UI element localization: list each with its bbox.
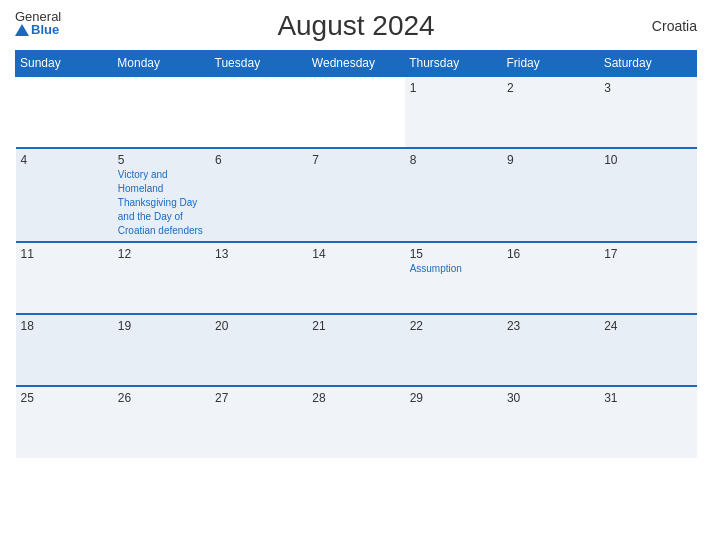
calendar-cell: 23 <box>502 314 599 386</box>
day-number: 5 <box>118 153 205 167</box>
day-number: 3 <box>604 81 691 95</box>
day-number: 2 <box>507 81 594 95</box>
day-number: 1 <box>410 81 497 95</box>
day-number: 4 <box>21 153 108 167</box>
logo-blue-text: Blue <box>15 23 61 36</box>
calendar-cell: 10 <box>599 148 696 242</box>
day-number: 10 <box>604 153 691 167</box>
calendar-cell: 24 <box>599 314 696 386</box>
calendar-cell: 13 <box>210 242 307 314</box>
calendar-cell: 8 <box>405 148 502 242</box>
day-number: 9 <box>507 153 594 167</box>
header: General Blue August 2024 Croatia <box>15 10 697 42</box>
logo-triangle-icon <box>15 24 29 36</box>
calendar-cell <box>210 76 307 148</box>
day-header-friday: Friday <box>502 51 599 77</box>
calendar-cell: 12 <box>113 242 210 314</box>
day-number: 29 <box>410 391 497 405</box>
calendar-cell: 16 <box>502 242 599 314</box>
country-label: Croatia <box>652 18 697 34</box>
calendar-cell: 21 <box>307 314 404 386</box>
holiday-label: Victory and Homeland Thanksgiving Day an… <box>118 169 203 236</box>
calendar-cell: 20 <box>210 314 307 386</box>
calendar-cell: 26 <box>113 386 210 458</box>
calendar-header-row: SundayMondayTuesdayWednesdayThursdayFrid… <box>16 51 697 77</box>
day-number: 17 <box>604 247 691 261</box>
day-number: 8 <box>410 153 497 167</box>
day-header-sunday: Sunday <box>16 51 113 77</box>
calendar-cell: 28 <box>307 386 404 458</box>
day-number: 16 <box>507 247 594 261</box>
day-number: 20 <box>215 319 302 333</box>
calendar-cell: 15Assumption <box>405 242 502 314</box>
calendar-cell: 7 <box>307 148 404 242</box>
calendar-cell: 6 <box>210 148 307 242</box>
day-number: 30 <box>507 391 594 405</box>
calendar-cell <box>307 76 404 148</box>
calendar-week-4: 25262728293031 <box>16 386 697 458</box>
calendar-page: General Blue August 2024 Croatia SundayM… <box>0 0 712 550</box>
day-header-monday: Monday <box>113 51 210 77</box>
day-number: 14 <box>312 247 399 261</box>
day-header-thursday: Thursday <box>405 51 502 77</box>
calendar-cell: 4 <box>16 148 113 242</box>
calendar-cell: 9 <box>502 148 599 242</box>
day-number: 31 <box>604 391 691 405</box>
day-number: 6 <box>215 153 302 167</box>
calendar-cell: 19 <box>113 314 210 386</box>
calendar-cell: 14 <box>307 242 404 314</box>
day-number: 22 <box>410 319 497 333</box>
calendar-cell: 25 <box>16 386 113 458</box>
day-number: 25 <box>21 391 108 405</box>
calendar-cell: 11 <box>16 242 113 314</box>
calendar-cell: 17 <box>599 242 696 314</box>
calendar-cell: 2 <box>502 76 599 148</box>
calendar-cell: 31 <box>599 386 696 458</box>
calendar-cell: 3 <box>599 76 696 148</box>
day-number: 21 <box>312 319 399 333</box>
logo: General Blue <box>15 10 61 36</box>
day-number: 28 <box>312 391 399 405</box>
day-number: 27 <box>215 391 302 405</box>
calendar-cell: 29 <box>405 386 502 458</box>
day-number: 11 <box>21 247 108 261</box>
day-number: 7 <box>312 153 399 167</box>
calendar-cell: 30 <box>502 386 599 458</box>
day-header-saturday: Saturday <box>599 51 696 77</box>
day-number: 18 <box>21 319 108 333</box>
day-header-wednesday: Wednesday <box>307 51 404 77</box>
calendar-week-0: 123 <box>16 76 697 148</box>
day-number: 12 <box>118 247 205 261</box>
day-number: 23 <box>507 319 594 333</box>
day-number: 19 <box>118 319 205 333</box>
calendar-cell: 22 <box>405 314 502 386</box>
calendar-cell: 5Victory and Homeland Thanksgiving Day a… <box>113 148 210 242</box>
calendar-week-3: 18192021222324 <box>16 314 697 386</box>
calendar-table: SundayMondayTuesdayWednesdayThursdayFrid… <box>15 50 697 458</box>
calendar-week-2: 1112131415Assumption1617 <box>16 242 697 314</box>
day-number: 26 <box>118 391 205 405</box>
month-title: August 2024 <box>277 10 434 42</box>
calendar-cell: 18 <box>16 314 113 386</box>
holiday-label: Assumption <box>410 263 462 274</box>
calendar-cell: 1 <box>405 76 502 148</box>
day-number: 13 <box>215 247 302 261</box>
calendar-cell <box>16 76 113 148</box>
day-header-tuesday: Tuesday <box>210 51 307 77</box>
day-number: 15 <box>410 247 497 261</box>
calendar-cell <box>113 76 210 148</box>
calendar-week-1: 45Victory and Homeland Thanksgiving Day … <box>16 148 697 242</box>
calendar-cell: 27 <box>210 386 307 458</box>
day-number: 24 <box>604 319 691 333</box>
